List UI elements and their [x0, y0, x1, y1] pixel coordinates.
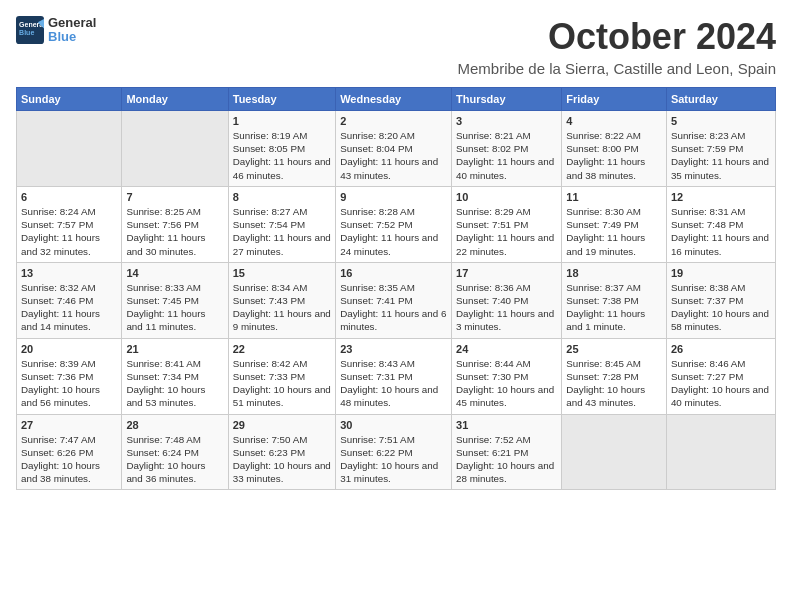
calendar-day: 20Sunrise: 8:39 AM Sunset: 7:36 PM Dayli… [17, 338, 122, 414]
calendar-day: 1Sunrise: 8:19 AM Sunset: 8:05 PM Daylig… [228, 111, 335, 187]
day-info: Sunrise: 8:35 AM Sunset: 7:41 PM Dayligh… [340, 281, 447, 334]
day-info: Sunrise: 7:52 AM Sunset: 6:21 PM Dayligh… [456, 433, 557, 486]
calendar-day: 29Sunrise: 7:50 AM Sunset: 6:23 PM Dayli… [228, 414, 335, 490]
day-info: Sunrise: 8:23 AM Sunset: 7:59 PM Dayligh… [671, 129, 771, 182]
logo-icon: General Blue [16, 16, 44, 44]
calendar-week-row: 1Sunrise: 8:19 AM Sunset: 8:05 PM Daylig… [17, 111, 776, 187]
day-info: Sunrise: 8:21 AM Sunset: 8:02 PM Dayligh… [456, 129, 557, 182]
day-info: Sunrise: 8:25 AM Sunset: 7:56 PM Dayligh… [126, 205, 223, 258]
calendar-day: 15Sunrise: 8:34 AM Sunset: 7:43 PM Dayli… [228, 262, 335, 338]
calendar-body: 1Sunrise: 8:19 AM Sunset: 8:05 PM Daylig… [17, 111, 776, 490]
day-number: 26 [671, 343, 771, 355]
day-number: 27 [21, 419, 117, 431]
calendar-day: 12Sunrise: 8:31 AM Sunset: 7:48 PM Dayli… [666, 186, 775, 262]
calendar-day: 13Sunrise: 8:32 AM Sunset: 7:46 PM Dayli… [17, 262, 122, 338]
title-block: October 2024 Membribe de la Sierra, Cast… [457, 16, 776, 77]
day-info: Sunrise: 8:41 AM Sunset: 7:34 PM Dayligh… [126, 357, 223, 410]
day-number: 20 [21, 343, 117, 355]
day-info: Sunrise: 8:46 AM Sunset: 7:27 PM Dayligh… [671, 357, 771, 410]
day-number: 4 [566, 115, 662, 127]
day-number: 16 [340, 267, 447, 279]
calendar-day: 5Sunrise: 8:23 AM Sunset: 7:59 PM Daylig… [666, 111, 775, 187]
day-number: 15 [233, 267, 331, 279]
day-info: Sunrise: 8:30 AM Sunset: 7:49 PM Dayligh… [566, 205, 662, 258]
calendar-day: 3Sunrise: 8:21 AM Sunset: 8:02 PM Daylig… [452, 111, 562, 187]
calendar-day: 6Sunrise: 8:24 AM Sunset: 7:57 PM Daylig… [17, 186, 122, 262]
day-number: 11 [566, 191, 662, 203]
day-number: 30 [340, 419, 447, 431]
calendar-day: 17Sunrise: 8:36 AM Sunset: 7:40 PM Dayli… [452, 262, 562, 338]
calendar-day [666, 414, 775, 490]
day-number: 22 [233, 343, 331, 355]
day-number: 29 [233, 419, 331, 431]
day-info: Sunrise: 8:28 AM Sunset: 7:52 PM Dayligh… [340, 205, 447, 258]
calendar-day: 10Sunrise: 8:29 AM Sunset: 7:51 PM Dayli… [452, 186, 562, 262]
weekday-header: Saturday [666, 88, 775, 111]
calendar-day: 19Sunrise: 8:38 AM Sunset: 7:37 PM Dayli… [666, 262, 775, 338]
weekday-header: Sunday [17, 88, 122, 111]
day-info: Sunrise: 7:48 AM Sunset: 6:24 PM Dayligh… [126, 433, 223, 486]
calendar-day: 24Sunrise: 8:44 AM Sunset: 7:30 PM Dayli… [452, 338, 562, 414]
day-number: 14 [126, 267, 223, 279]
calendar-header: SundayMondayTuesdayWednesdayThursdayFrid… [17, 88, 776, 111]
day-number: 19 [671, 267, 771, 279]
day-info: Sunrise: 7:50 AM Sunset: 6:23 PM Dayligh… [233, 433, 331, 486]
day-number: 9 [340, 191, 447, 203]
calendar-day [122, 111, 228, 187]
calendar-day: 18Sunrise: 8:37 AM Sunset: 7:38 PM Dayli… [562, 262, 667, 338]
day-number: 24 [456, 343, 557, 355]
day-number: 12 [671, 191, 771, 203]
day-info: Sunrise: 8:42 AM Sunset: 7:33 PM Dayligh… [233, 357, 331, 410]
day-info: Sunrise: 8:27 AM Sunset: 7:54 PM Dayligh… [233, 205, 331, 258]
day-number: 7 [126, 191, 223, 203]
calendar-day: 4Sunrise: 8:22 AM Sunset: 8:00 PM Daylig… [562, 111, 667, 187]
day-info: Sunrise: 8:20 AM Sunset: 8:04 PM Dayligh… [340, 129, 447, 182]
calendar-day: 16Sunrise: 8:35 AM Sunset: 7:41 PM Dayli… [336, 262, 452, 338]
calendar-day: 7Sunrise: 8:25 AM Sunset: 7:56 PM Daylig… [122, 186, 228, 262]
calendar-day: 28Sunrise: 7:48 AM Sunset: 6:24 PM Dayli… [122, 414, 228, 490]
day-number: 17 [456, 267, 557, 279]
weekday-header: Tuesday [228, 88, 335, 111]
weekday-header: Monday [122, 88, 228, 111]
calendar-week-row: 6Sunrise: 8:24 AM Sunset: 7:57 PM Daylig… [17, 186, 776, 262]
day-number: 6 [21, 191, 117, 203]
day-number: 10 [456, 191, 557, 203]
calendar-day: 31Sunrise: 7:52 AM Sunset: 6:21 PM Dayli… [452, 414, 562, 490]
day-info: Sunrise: 8:34 AM Sunset: 7:43 PM Dayligh… [233, 281, 331, 334]
day-info: Sunrise: 8:45 AM Sunset: 7:28 PM Dayligh… [566, 357, 662, 410]
calendar-day: 30Sunrise: 7:51 AM Sunset: 6:22 PM Dayli… [336, 414, 452, 490]
subtitle: Membribe de la Sierra, Castille and Leon… [457, 60, 776, 77]
day-number: 23 [340, 343, 447, 355]
calendar-day: 27Sunrise: 7:47 AM Sunset: 6:26 PM Dayli… [17, 414, 122, 490]
calendar-day: 9Sunrise: 8:28 AM Sunset: 7:52 PM Daylig… [336, 186, 452, 262]
weekday-header: Thursday [452, 88, 562, 111]
header-row: SundayMondayTuesdayWednesdayThursdayFrid… [17, 88, 776, 111]
calendar-day: 21Sunrise: 8:41 AM Sunset: 7:34 PM Dayli… [122, 338, 228, 414]
day-number: 31 [456, 419, 557, 431]
day-info: Sunrise: 8:36 AM Sunset: 7:40 PM Dayligh… [456, 281, 557, 334]
logo-text: General Blue [48, 16, 96, 45]
day-number: 5 [671, 115, 771, 127]
calendar-day: 14Sunrise: 8:33 AM Sunset: 7:45 PM Dayli… [122, 262, 228, 338]
calendar-day: 8Sunrise: 8:27 AM Sunset: 7:54 PM Daylig… [228, 186, 335, 262]
day-number: 21 [126, 343, 223, 355]
day-info: Sunrise: 8:29 AM Sunset: 7:51 PM Dayligh… [456, 205, 557, 258]
day-info: Sunrise: 8:43 AM Sunset: 7:31 PM Dayligh… [340, 357, 447, 410]
calendar-week-row: 20Sunrise: 8:39 AM Sunset: 7:36 PM Dayli… [17, 338, 776, 414]
calendar-day [562, 414, 667, 490]
day-number: 13 [21, 267, 117, 279]
day-info: Sunrise: 8:38 AM Sunset: 7:37 PM Dayligh… [671, 281, 771, 334]
calendar-day: 22Sunrise: 8:42 AM Sunset: 7:33 PM Dayli… [228, 338, 335, 414]
calendar-day: 2Sunrise: 8:20 AM Sunset: 8:04 PM Daylig… [336, 111, 452, 187]
calendar-day: 11Sunrise: 8:30 AM Sunset: 7:49 PM Dayli… [562, 186, 667, 262]
day-info: Sunrise: 8:33 AM Sunset: 7:45 PM Dayligh… [126, 281, 223, 334]
weekday-header: Friday [562, 88, 667, 111]
day-info: Sunrise: 8:32 AM Sunset: 7:46 PM Dayligh… [21, 281, 117, 334]
day-info: Sunrise: 8:39 AM Sunset: 7:36 PM Dayligh… [21, 357, 117, 410]
day-info: Sunrise: 8:37 AM Sunset: 7:38 PM Dayligh… [566, 281, 662, 334]
day-number: 28 [126, 419, 223, 431]
day-number: 25 [566, 343, 662, 355]
day-info: Sunrise: 7:51 AM Sunset: 6:22 PM Dayligh… [340, 433, 447, 486]
day-number: 2 [340, 115, 447, 127]
page-header: General Blue General Blue October 2024 M… [16, 16, 776, 77]
